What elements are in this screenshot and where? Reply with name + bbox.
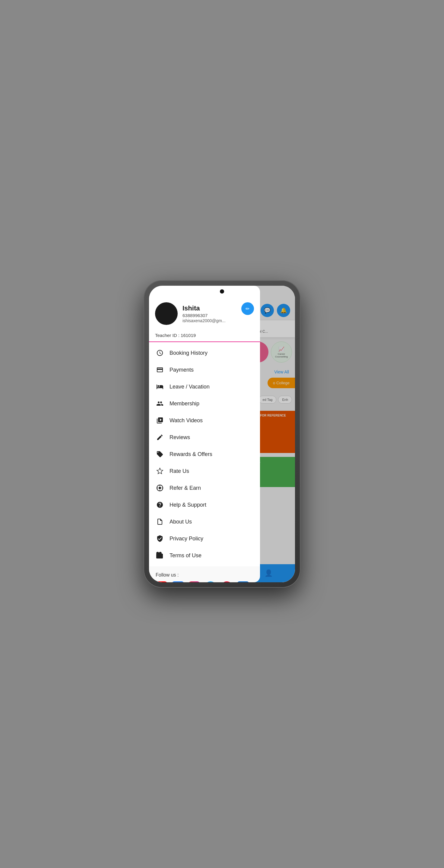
instagram-icon[interactable] xyxy=(188,581,200,582)
profile-phone: 6388996307 xyxy=(182,313,254,318)
menu-label-watch-videos: Watch Videos xyxy=(170,417,203,424)
terms-of-use-icon xyxy=(156,551,164,560)
follow-section: Follow us : xyxy=(149,566,260,582)
profile-section: Ishita 6388996307 ishisaxena2000@gm... ✏ xyxy=(149,286,260,330)
privacy-policy-icon xyxy=(156,534,164,543)
menu-label-membership: Membership xyxy=(170,401,199,407)
twitter-icon[interactable] xyxy=(205,581,216,582)
menu-label-rate-us: Rate Us xyxy=(170,468,189,474)
help-support-icon xyxy=(156,501,164,509)
menu-item-membership[interactable]: Membership xyxy=(149,395,260,412)
reviews-icon xyxy=(156,433,164,441)
menu-label-refer-earn: Refer & Earn xyxy=(170,485,201,491)
menu-item-payments[interactable]: Payments xyxy=(149,361,260,378)
camera-notch xyxy=(220,289,224,293)
menu-item-about-us[interactable]: About Us xyxy=(149,513,260,530)
refer-earn-icon xyxy=(156,484,164,492)
follow-title: Follow us : xyxy=(156,572,254,578)
menu-label-rewards: Rewards & Offers xyxy=(170,451,212,458)
phone-screen: 💬 🔔 0+ School C... R 📈 CareerCounselling… xyxy=(149,286,295,582)
menu-item-help-support[interactable]: Help & Support xyxy=(149,496,260,513)
profile-email: ishisaxena2000@gm... xyxy=(182,318,254,323)
social-icons-row xyxy=(156,581,254,582)
teacher-id: Teacher ID : 161019 xyxy=(149,330,260,342)
leave-vacation-icon xyxy=(156,382,164,391)
menu-label-leave: Leave / Vacation xyxy=(170,384,210,390)
menu-item-rewards-offers[interactable]: Rewards & Offers xyxy=(149,446,260,463)
menu-label-reviews: Reviews xyxy=(170,434,190,441)
about-us-icon xyxy=(156,518,164,526)
menu-label-terms: Terms of Use xyxy=(170,553,202,559)
phone-frame: 💬 🔔 0+ School C... R 📈 CareerCounselling… xyxy=(144,280,300,588)
menu-list: Booking History Payments xyxy=(149,342,260,566)
menu-item-watch-videos[interactable]: Watch Videos xyxy=(149,412,260,429)
svg-point-1 xyxy=(159,487,161,489)
menu-item-leave-vacation[interactable]: Leave / Vacation xyxy=(149,378,260,395)
menu-label-privacy: Privacy Policy xyxy=(170,535,203,542)
payments-icon xyxy=(156,366,164,374)
avatar xyxy=(155,302,178,325)
menu-item-reviews[interactable]: Reviews xyxy=(149,429,260,446)
menu-item-terms-of-use[interactable]: Terms of Use xyxy=(149,547,260,564)
pinterest-icon[interactable] xyxy=(221,581,233,582)
menu-label-about-us: About Us xyxy=(170,519,192,525)
menu-label-booking-history: Booking History xyxy=(170,350,208,356)
linkedin-icon[interactable] xyxy=(237,581,249,582)
menu-item-privacy-policy[interactable]: Privacy Policy xyxy=(149,530,260,547)
menu-label-help-support: Help & Support xyxy=(170,502,206,508)
rewards-offers-icon xyxy=(156,450,164,458)
booking-history-icon xyxy=(156,349,164,357)
side-drawer: Ishita 6388996307 ishisaxena2000@gm... ✏… xyxy=(149,286,260,582)
menu-item-booking-history[interactable]: Booking History xyxy=(149,344,260,361)
edit-profile-button[interactable]: ✏ xyxy=(241,302,254,315)
menu-item-refer-earn[interactable]: Refer & Earn xyxy=(149,479,260,496)
membership-icon xyxy=(156,399,164,408)
menu-item-rate-us[interactable]: Rate Us xyxy=(149,463,260,479)
facebook-icon[interactable] xyxy=(172,581,184,582)
menu-label-payments: Payments xyxy=(170,367,194,373)
watch-videos-icon xyxy=(156,416,164,425)
rate-us-icon xyxy=(156,467,164,475)
